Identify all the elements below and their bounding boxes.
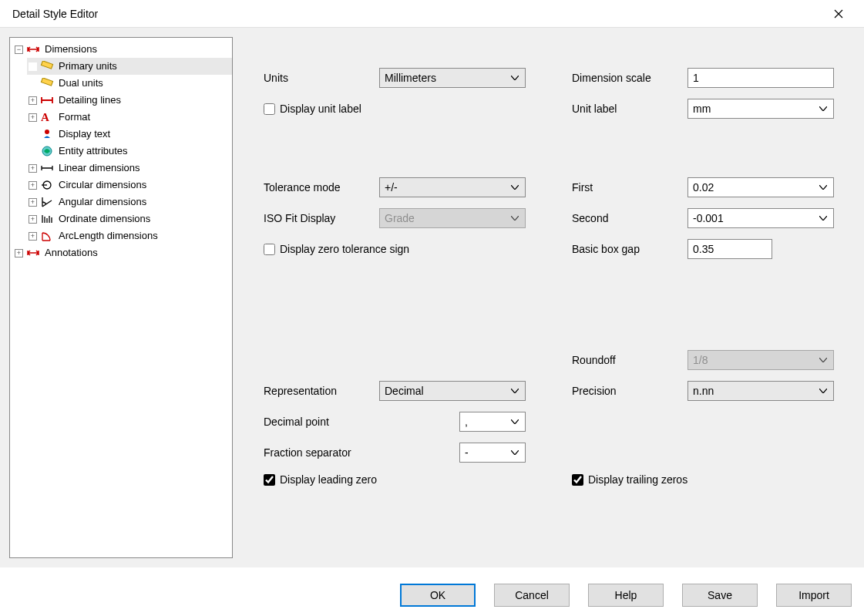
first-label: First — [572, 181, 688, 194]
iso-fit-select: Grade — [379, 208, 526, 228]
svg-point-3 — [45, 130, 49, 134]
svg-rect-0 — [41, 61, 52, 69]
save-button[interactable]: Save — [682, 584, 758, 607]
basic-box-gap-input[interactable] — [688, 239, 772, 259]
ok-button[interactable]: OK — [400, 584, 476, 607]
circular-icon — [40, 179, 54, 191]
tree-node-entity-attributes[interactable]: Entity attributes — [27, 143, 232, 160]
tree-label: Dimensions — [43, 41, 99, 58]
tree-label: Circular dimensions — [57, 177, 148, 194]
unit-label-label: Unit label — [572, 103, 688, 115]
tree-node-annotations[interactable]: + Annotations — [13, 244, 232, 261]
fraction-sep-select[interactable]: - — [459, 443, 526, 463]
tree-label: Primary units — [57, 58, 119, 75]
display-zero-tol-checkbox[interactable]: Display zero tolerance sign — [264, 243, 526, 255]
cancel-button[interactable]: Cancel — [494, 584, 570, 607]
expand-icon[interactable]: + — [15, 249, 23, 258]
tree-label: Linear dimensions — [57, 160, 142, 177]
import-button[interactable]: Import — [776, 584, 852, 607]
tree-node-arclength-dimensions[interactable]: + ArcLength dimensions — [27, 227, 232, 244]
tree-label: ArcLength dimensions — [57, 227, 160, 244]
dimensions-icon — [26, 43, 40, 56]
tree-node-angular-dimensions[interactable]: + Angular dimensions — [27, 194, 232, 210]
tree-label: Display text — [57, 126, 112, 143]
checkbox-label: Display trailing zeros — [588, 473, 688, 486]
ruler-icon — [40, 60, 54, 72]
annotations-icon — [26, 247, 40, 259]
expand-icon[interactable]: + — [29, 198, 37, 207]
window-title: Detail Style Editor — [12, 8, 821, 20]
unit-label-select[interactable]: mm — [688, 99, 834, 119]
trailing-zeros-checkbox[interactable]: Display trailing zeros — [572, 473, 834, 486]
tree-label: Angular dimensions — [57, 194, 148, 210]
units-label: Units — [264, 72, 379, 84]
tree-label: Format — [57, 109, 92, 126]
expand-icon[interactable]: + — [29, 215, 37, 224]
second-select[interactable]: -0.001 — [688, 208, 834, 228]
basic-box-gap-label: Basic box gap — [572, 243, 688, 255]
entity-attributes-icon — [40, 145, 54, 157]
tree-node-circular-dimensions[interactable]: + Circular dimensions — [27, 177, 232, 194]
tree-label: Detailing lines — [57, 92, 123, 109]
checkbox-label: Display leading zero — [280, 473, 377, 486]
tree-node-ordinate-dimensions[interactable]: + Ordinate dimensions — [27, 210, 232, 227]
form-area: Units Millimeters Dimension scale Displa… — [233, 37, 855, 558]
tree-label: Entity attributes — [57, 143, 129, 160]
tree-node-dimensions[interactable]: − Dimensions — [13, 41, 232, 58]
expand-icon[interactable]: + — [29, 96, 37, 105]
tree-node-primary-units[interactable]: Primary units — [27, 58, 232, 75]
first-select[interactable]: 0.02 — [688, 177, 834, 197]
tolerance-mode-label: Tolerance mode — [264, 181, 379, 194]
svg-rect-1 — [41, 78, 52, 86]
tree-node-detailing-lines[interactable]: + Detailing lines — [27, 92, 232, 109]
tolerance-mode-select[interactable]: +/- — [379, 177, 526, 197]
titlebar: Detail Style Editor — [0, 0, 864, 28]
checkbox-label: Display unit label — [280, 103, 361, 115]
iso-fit-label: ISO Fit Display — [264, 212, 379, 224]
decimal-point-label: Decimal point — [264, 416, 379, 428]
dimension-scale-input[interactable] — [688, 68, 834, 88]
roundoff-select: 1/8 — [688, 350, 834, 370]
tree-node-dual-units[interactable]: Dual units — [27, 75, 232, 92]
tree-node-format[interactable]: + A Format — [27, 109, 232, 126]
ordinate-icon — [40, 213, 54, 225]
tree-node-linear-dimensions[interactable]: + Linear dimensions — [27, 160, 232, 177]
checkbox-label: Display zero tolerance sign — [280, 243, 409, 255]
leading-zero-checkbox[interactable]: Display leading zero — [264, 473, 526, 486]
expand-icon[interactable]: + — [29, 232, 37, 241]
close-button[interactable] — [821, 2, 856, 25]
display-unit-label-checkbox[interactable]: Display unit label — [264, 103, 526, 115]
decimal-point-select[interactable]: , — [459, 412, 526, 432]
format-icon: A — [40, 111, 54, 123]
tree-label: Ordinate dimensions — [57, 210, 152, 227]
representation-label: Representation — [264, 385, 379, 397]
second-label: Second — [572, 212, 688, 224]
expand-icon[interactable]: + — [29, 164, 37, 173]
representation-select[interactable]: Decimal — [379, 381, 526, 401]
units-select[interactable]: Millimeters — [379, 68, 526, 88]
precision-label: Precision — [572, 385, 688, 397]
expand-icon[interactable]: + — [29, 113, 37, 122]
collapse-icon[interactable]: − — [15, 45, 23, 54]
svg-text:A: A — [41, 111, 49, 123]
fraction-sep-label: Fraction separator — [264, 446, 379, 459]
roundoff-label: Roundoff — [572, 354, 688, 366]
help-button[interactable]: Help — [588, 584, 664, 607]
dialog-body: − Dimensions Primary units D — [0, 28, 864, 567]
display-text-icon — [40, 128, 54, 140]
close-icon — [834, 9, 843, 19]
tree-node-display-text[interactable]: Display text — [27, 126, 232, 143]
tree-label: Dual units — [57, 75, 105, 92]
expand-icon[interactable]: + — [29, 181, 37, 190]
arclength-icon — [40, 230, 54, 242]
tree-label: Annotations — [43, 244, 99, 261]
button-row: OK Cancel Help Save Import — [400, 584, 852, 607]
precision-select[interactable]: n.nn — [688, 381, 834, 401]
ruler-icon — [40, 77, 54, 89]
detailing-lines-icon — [40, 94, 54, 106]
linear-icon — [40, 162, 54, 174]
angular-icon — [40, 196, 54, 208]
tree-panel: − Dimensions Primary units D — [9, 37, 233, 558]
dimension-scale-label: Dimension scale — [572, 72, 688, 84]
